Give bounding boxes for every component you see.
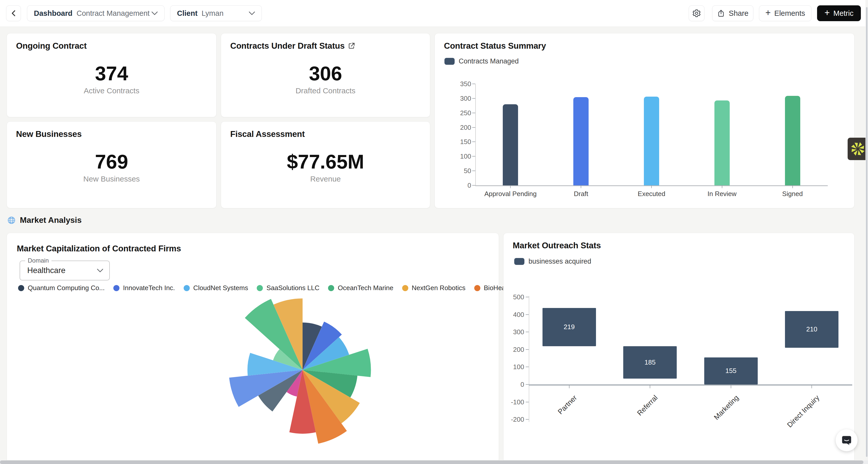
y-tick-mark bbox=[472, 156, 475, 156]
y-tick-mark bbox=[526, 384, 529, 385]
bar-signed[interactable] bbox=[785, 96, 800, 185]
share-button[interactable]: Share bbox=[712, 5, 753, 21]
x-category-label: Executed bbox=[616, 190, 687, 198]
share-icon bbox=[717, 9, 725, 17]
domain-select-value: Healthcare bbox=[27, 266, 65, 275]
legend-label: businesses acquired bbox=[528, 258, 591, 265]
plus-icon: + bbox=[765, 8, 771, 17]
bar-value-label: 185 bbox=[645, 358, 656, 366]
metric-card-contracts-under-draft: Contracts Under Draft Status 306 Drafted… bbox=[221, 33, 430, 117]
y-tick-mark bbox=[526, 402, 529, 402]
y-tick-mark bbox=[526, 349, 529, 350]
metric-card-new-businesses: New Businesses 769 New Businesses bbox=[7, 121, 216, 208]
x-category-label: In Review bbox=[686, 190, 758, 198]
y-tick-mark bbox=[526, 419, 529, 419]
x-tick-mark bbox=[722, 185, 722, 188]
metric-sublabel: Active Contracts bbox=[7, 86, 216, 95]
zero-axis-line bbox=[529, 384, 852, 385]
legend-item-label: NextGen Robotics bbox=[412, 284, 466, 292]
y-tick-label: 0 bbox=[491, 381, 524, 388]
chat-bubble-smile-icon bbox=[840, 434, 853, 447]
vertical-scrollbar-track bbox=[865, 0, 868, 464]
settings-button[interactable] bbox=[689, 5, 705, 21]
asterisk-pinwheel-icon bbox=[851, 142, 865, 156]
bar-executed[interactable] bbox=[644, 97, 659, 185]
dashboard-selector[interactable]: Dashboard Contract Management bbox=[27, 5, 164, 21]
y-tick-label: 100 bbox=[491, 363, 524, 371]
back-button[interactable] bbox=[6, 5, 21, 21]
chevron-down-icon bbox=[152, 11, 158, 15]
y-tick-mark bbox=[526, 332, 529, 332]
polar-rose-chart[interactable] bbox=[221, 288, 384, 452]
bar-in-review[interactable] bbox=[714, 100, 730, 185]
y-tick-label: 300 bbox=[491, 328, 524, 336]
legend-item[interactable]: Quantum Computing Co... bbox=[18, 284, 105, 292]
y-axis-line bbox=[529, 296, 529, 422]
chevron-down-icon bbox=[97, 269, 103, 272]
legend-dot bbox=[113, 285, 120, 291]
x-category-label: Draft bbox=[545, 190, 617, 198]
bar-approval-pending[interactable] bbox=[503, 104, 518, 185]
y-tick-label: 100 bbox=[440, 152, 471, 161]
x-tick-mark bbox=[650, 385, 650, 388]
bar-direct-inquiry[interactable]: 210 bbox=[785, 311, 838, 348]
chart-legend[interactable]: Contracts Managed bbox=[444, 57, 519, 65]
y-tick-mark bbox=[526, 314, 529, 315]
y-tick-label: 350 bbox=[440, 80, 471, 88]
y-tick-label: 150 bbox=[440, 138, 471, 146]
market-analysis-section-header: Market Analysis bbox=[7, 215, 82, 225]
dashboard-screen: Dashboard Contract Management Client Lym… bbox=[0, 0, 868, 464]
legend-item-label: Quantum Computing Co... bbox=[28, 284, 105, 292]
feedback-widget-button[interactable] bbox=[848, 138, 868, 160]
client-selector-label: Client bbox=[177, 9, 198, 18]
domain-select[interactable]: Domain Healthcare bbox=[20, 261, 110, 281]
bar-partner[interactable]: 219 bbox=[542, 308, 596, 346]
plus-icon: + bbox=[825, 8, 830, 17]
y-tick-label: 300 bbox=[440, 94, 471, 103]
external-link-icon[interactable] bbox=[348, 42, 355, 50]
chevron-down-icon bbox=[249, 11, 255, 15]
chart-legend[interactable]: businesses acquired bbox=[514, 258, 591, 265]
bar-referral[interactable]: 185 bbox=[623, 346, 677, 379]
x-category-label: Referral bbox=[596, 394, 659, 457]
x-tick-mark bbox=[731, 385, 731, 388]
x-category-label: Approval Pending bbox=[475, 190, 546, 198]
add-metric-button[interactable]: + Metric bbox=[817, 5, 861, 21]
legend-swatch bbox=[514, 258, 524, 265]
chart-title: Market Capitalization of Contracted Firm… bbox=[17, 244, 181, 254]
chat-button[interactable] bbox=[836, 429, 858, 451]
card-title: New Businesses bbox=[16, 129, 82, 139]
y-tick-mark bbox=[472, 98, 475, 99]
metric-value: $77.65M bbox=[221, 150, 430, 173]
elements-button-label: Elements bbox=[774, 9, 805, 18]
x-tick-mark bbox=[569, 385, 569, 388]
metric-card-fiscal-assessment: Fiscal Assessment $77.65M Revenue bbox=[221, 121, 430, 208]
y-tick-label: -200 bbox=[491, 415, 524, 424]
y-tick-mark bbox=[472, 127, 475, 128]
legend-item[interactable]: NextGen Robotics bbox=[402, 284, 466, 292]
client-selector[interactable]: Client Lyman bbox=[170, 5, 262, 21]
share-button-label: Share bbox=[729, 9, 748, 18]
legend-item[interactable]: InnovateTech Inc. bbox=[113, 284, 175, 292]
chart-title: Market Outreach Stats bbox=[513, 241, 601, 250]
client-selector-value: Lyman bbox=[202, 9, 224, 18]
y-tick-mark bbox=[526, 367, 529, 367]
y-tick-label: 500 bbox=[491, 293, 524, 301]
x-tick-mark bbox=[651, 185, 652, 188]
bar-draft[interactable] bbox=[573, 97, 589, 185]
globe-icon bbox=[7, 216, 16, 225]
dashboard-selector-label: Dashboard bbox=[34, 9, 72, 18]
bar-marketing[interactable]: 155 bbox=[704, 357, 758, 384]
legend-dot bbox=[474, 285, 480, 291]
metric-value: 769 bbox=[7, 150, 216, 173]
x-tick-mark bbox=[793, 185, 793, 188]
gear-icon bbox=[692, 9, 701, 18]
vertical-scrollbar-thumb[interactable] bbox=[866, 7, 867, 457]
metric-sublabel: Revenue bbox=[221, 175, 430, 183]
x-category-label: Marketing bbox=[677, 394, 740, 457]
add-elements-button[interactable]: + Elements bbox=[759, 5, 811, 21]
y-tick-mark bbox=[526, 297, 529, 297]
card-title: Ongoing Contract bbox=[16, 41, 87, 51]
horizontal-scrollbar-thumb[interactable] bbox=[0, 460, 863, 464]
y-tick-label: 200 bbox=[491, 346, 524, 354]
